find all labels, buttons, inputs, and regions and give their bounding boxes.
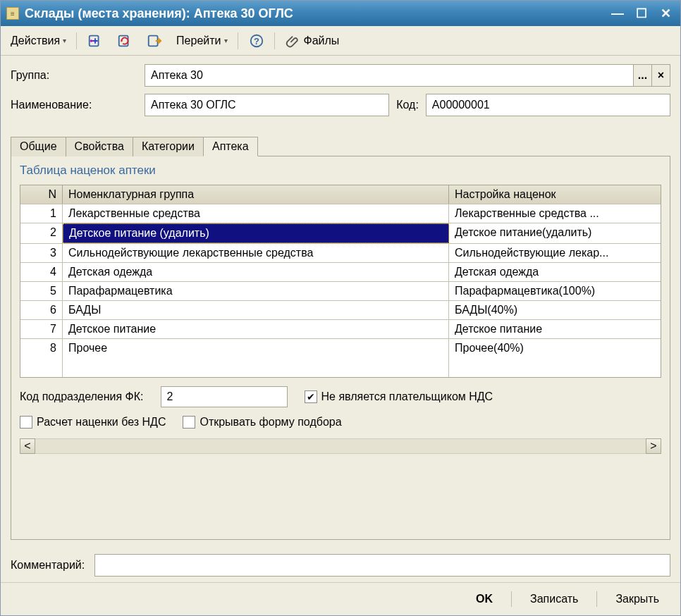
table-row[interactable]: 6БАДЫБАДЫ(40%) — [20, 301, 661, 320]
cell-markup[interactable]: Сильнодействующие лекар... — [449, 244, 661, 262]
tab-categories[interactable]: Категории — [133, 137, 204, 156]
cell-n[interactable]: 7 — [20, 320, 63, 338]
comment-input[interactable] — [94, 554, 670, 577]
tabs-row: Общие Свойства Категории Аптека — [11, 137, 670, 156]
window-icon: ≡ — [6, 7, 19, 20]
main-window: ≡ Склады (места хранения): Аптека 30 ОГЛ… — [0, 0, 681, 616]
table-row[interactable]: 7Детское питаниеДетское питание — [20, 320, 661, 339]
comment-row: Комментарий: — [1, 548, 680, 582]
checkbox-icon: ✔ — [305, 390, 317, 403]
fk-code-row: Код подразделения ФК: ✔ Не является плат… — [20, 386, 661, 407]
table-row[interactable]: 1Лекарственные средстваЛекарственные сре… — [20, 204, 661, 223]
cell-markup[interactable]: Лекарственные средства ... — [449, 204, 661, 223]
toolbar-refresh-button[interactable] — [113, 30, 137, 51]
fk-code-input[interactable] — [161, 386, 288, 407]
tab-properties[interactable]: Свойства — [66, 137, 133, 156]
cell-group[interactable]: Детская одежда — [63, 263, 449, 281]
toolbar-separator — [238, 32, 239, 49]
name-input[interactable] — [145, 94, 389, 116]
header-n[interactable]: N — [20, 185, 63, 204]
cell-n[interactable]: 6 — [20, 301, 63, 319]
cell-group[interactable]: БАДЫ — [63, 301, 449, 319]
cell-n[interactable]: 8 — [20, 339, 63, 357]
cell-n[interactable]: 5 — [20, 282, 63, 300]
ok-button[interactable]: OK — [467, 590, 501, 608]
tab-body-pharmacy: Таблица наценок аптеки N Номенклатурная … — [11, 156, 670, 539]
scroll-right-button[interactable]: > — [646, 438, 661, 454]
markup-without-vat-checkbox[interactable]: Расчет наценки без НДС — [20, 416, 166, 429]
cell-n[interactable]: 2 — [20, 223, 63, 243]
name-label: Наименование: — [11, 99, 137, 111]
cell-group[interactable]: Парафармацевтика — [63, 282, 449, 300]
table-row[interactable]: 4Детская одеждаДетская одежда — [20, 263, 661, 282]
titlebar: ≡ Склады (места хранения): Аптека 30 ОГЛ… — [1, 1, 680, 26]
cell-markup[interactable]: Детское питание — [449, 320, 661, 338]
cell-markup[interactable]: Детская одежда — [449, 263, 661, 281]
help-icon: ? — [249, 33, 264, 49]
checkbox-icon — [20, 416, 32, 429]
table-row[interactable]: 3Сильнодействующие лекарственные средств… — [20, 244, 661, 263]
table-row[interactable]: 5ПарафармацевтикаПарафармацевтика(100%) — [20, 282, 661, 301]
files-button[interactable]: Файлы — [281, 30, 344, 51]
code-input[interactable] — [426, 94, 670, 116]
footer-separator — [596, 591, 597, 607]
close-window-button[interactable]: ✕ — [655, 4, 676, 23]
open-selection-form-checkbox[interactable]: Открывать форму подбора — [183, 416, 341, 429]
chevron-down-icon: ▾ — [224, 37, 228, 44]
additional-options-row: Расчет наценки без НДС Открывать форму п… — [20, 416, 661, 429]
goto-label: Перейти — [176, 35, 221, 47]
markup-grid[interactable]: N Номенклатурная группа Настройка нацено… — [20, 185, 661, 378]
close-button[interactable]: Закрыть — [607, 590, 668, 608]
toolbar-separator — [274, 32, 276, 49]
header-markup[interactable]: Настройка наценок — [449, 185, 661, 204]
files-label: Файлы — [304, 35, 340, 47]
tab-pharmacy[interactable]: Аптека — [203, 137, 258, 156]
refresh-icon — [117, 33, 133, 49]
cell-n[interactable]: 3 — [20, 244, 63, 262]
table-row[interactable]: 8ПрочееПрочее(40%) — [20, 339, 661, 357]
scroll-left-button[interactable]: < — [20, 438, 35, 454]
table-row[interactable]: 2Детское питание (удалить)Детское питани… — [20, 223, 661, 244]
scroll-track[interactable] — [35, 438, 646, 454]
cell-markup[interactable]: Прочее(40%) — [449, 339, 661, 357]
actions-menu[interactable]: Действия ▾ — [6, 30, 70, 51]
svg-text:?: ? — [254, 35, 259, 46]
tab-general[interactable]: Общие — [11, 137, 66, 156]
cell-group[interactable]: Детское питание — [63, 320, 449, 338]
maximize-button[interactable]: ☐ — [631, 4, 652, 23]
goto-menu[interactable]: Перейти ▾ — [172, 30, 231, 51]
cell-markup[interactable]: БАДЫ(40%) — [449, 301, 661, 319]
checkbox-icon — [183, 416, 195, 429]
cell-n[interactable]: 1 — [20, 204, 63, 223]
cell-group[interactable]: Детское питание (удалить) — [63, 223, 449, 243]
cell-markup[interactable]: Детское питание(удалить) — [449, 223, 661, 243]
cell-group[interactable]: Прочее — [63, 339, 449, 357]
group-input[interactable] — [145, 64, 634, 87]
chevron-down-icon: ▾ — [63, 37, 66, 44]
cell-group[interactable]: Сильнодействующие лекарственные средства — [63, 244, 449, 262]
markup-without-vat-label: Расчет наценки без НДС — [37, 416, 166, 429]
actions-label: Действия — [11, 35, 60, 47]
header-group[interactable]: Номенклатурная группа — [63, 185, 449, 204]
group-clear-button[interactable]: × — [652, 64, 670, 87]
toolbar-goto-item-button[interactable] — [142, 30, 166, 51]
horizontal-scrollbar[interactable]: < > — [20, 438, 661, 454]
cell-group[interactable]: Лекарственные средства — [63, 204, 449, 223]
toolbar: Действия ▾ Перейти ▾ ? Файлы — [1, 26, 680, 56]
footer-separator — [511, 591, 512, 607]
save-button[interactable]: Записать — [522, 590, 587, 608]
fk-code-label: Код подразделения ФК: — [20, 390, 144, 403]
footer: OK Записать Закрыть — [1, 582, 680, 615]
minimize-button[interactable]: — — [607, 4, 628, 23]
help-button[interactable]: ? — [245, 30, 269, 51]
tabs-container: Общие Свойства Категории Аптека Таблица … — [11, 156, 670, 540]
content-area: Группа: ... × Наименование: Код: Общие С… — [1, 56, 680, 548]
not-vat-payer-checkbox[interactable]: ✔ Не является плательщиком НДС — [305, 390, 493, 403]
cell-n[interactable]: 4 — [20, 263, 63, 281]
group-select-button[interactable]: ... — [634, 64, 652, 87]
grid-blank-row[interactable] — [20, 357, 661, 377]
toolbar-separator — [76, 32, 78, 49]
toolbar-add-button[interactable] — [83, 30, 107, 51]
cell-markup[interactable]: Парафармацевтика(100%) — [449, 282, 661, 300]
markup-table-title: Таблица наценок аптеки — [20, 164, 661, 178]
